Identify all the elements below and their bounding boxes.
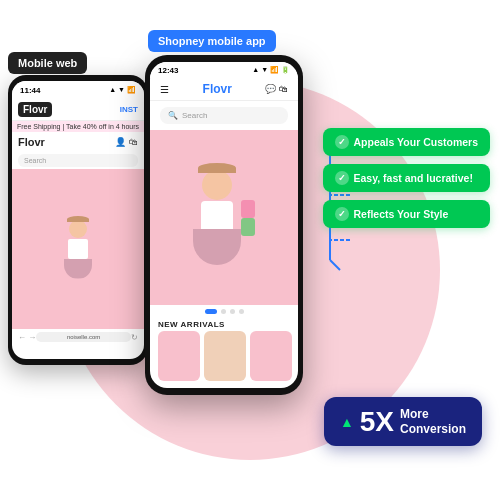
mw-search[interactable]: Search: [18, 154, 138, 167]
arrow-up-icon: ▲: [340, 414, 354, 430]
mobile-web-phone: 11:44 ▲ ▼ 📶 Flovr INST Free Shipping | T…: [8, 75, 148, 365]
mobile-web-screen: 11:44 ▲ ▼ 📶 Flovr INST Free Shipping | T…: [12, 81, 144, 359]
product-thumbnails: [150, 331, 298, 381]
url-bar[interactable]: noiselle.com: [36, 332, 131, 342]
mw-icons: 👤 🛍: [115, 137, 138, 147]
mw-product-image: [12, 169, 144, 329]
new-arrivals-label: NEW ARRIVALS: [150, 318, 298, 331]
shopney-brand: Flovr: [203, 82, 232, 96]
status-bar-sp: 12:43 ▲ ▼ 📶 🔋: [150, 62, 298, 78]
feature-pill-3: ✓ Reflects Your Style: [323, 200, 490, 228]
mw-install: INST: [120, 105, 138, 114]
check-icon-3: ✓: [335, 207, 349, 221]
badge-number: 5X: [360, 408, 394, 436]
logo-row: Flovr 👤 🛍: [12, 132, 144, 152]
search-icon: 🔍: [168, 111, 178, 120]
status-bar-mw: 11:44 ▲ ▼ 📶: [12, 81, 144, 99]
shopney-phone: 12:43 ▲ ▼ 📶 🔋 ☰ Flovr 💬 🛍 🔍 Search: [145, 55, 303, 395]
girl-figure-large: [193, 170, 241, 265]
mobile-web-label: Mobile web: [8, 52, 87, 74]
thumb-2[interactable]: [204, 331, 246, 381]
thumb-3[interactable]: [250, 331, 292, 381]
check-icon-1: ✓: [335, 135, 349, 149]
feature-pill-2: ✓ Easy, fast and lucrative!: [323, 164, 490, 192]
sp-search[interactable]: 🔍 Search: [160, 107, 288, 124]
check-icon-2: ✓: [335, 171, 349, 185]
badge-text: MoreConversion: [400, 407, 466, 436]
feature-pills-container: ✓ Appeals Your Customers ✓ Easy, fast an…: [323, 128, 490, 228]
sp-product-image: [150, 130, 298, 305]
shopney-app-bar: ☰ Flovr 💬 🛍: [150, 78, 298, 101]
shopney-screen: 12:43 ▲ ▼ 📶 🔋 ☰ Flovr 💬 🛍 🔍 Search: [150, 62, 298, 388]
feature-pill-1: ✓ Appeals Your Customers: [323, 128, 490, 156]
thumb-1[interactable]: [158, 331, 200, 381]
app-bar-mw: Flovr INST: [12, 99, 144, 121]
sp-icons: 💬 🛍: [265, 84, 288, 94]
girl-figure-small: [64, 220, 92, 279]
shopping-bags: [241, 200, 255, 236]
conversion-badge: ▲ 5X MoreConversion: [324, 397, 482, 446]
promo-banner: Free Shipping | Take 40% off in 4 hours: [12, 121, 144, 132]
shopney-label: Shopney mobile app: [148, 30, 276, 52]
mw-logo: Flovr: [18, 102, 52, 117]
menu-icon[interactable]: ☰: [160, 84, 169, 95]
mw-bottom-bar: ← → noiselle.com ↻: [12, 329, 144, 345]
carousel-dots: [150, 305, 298, 318]
